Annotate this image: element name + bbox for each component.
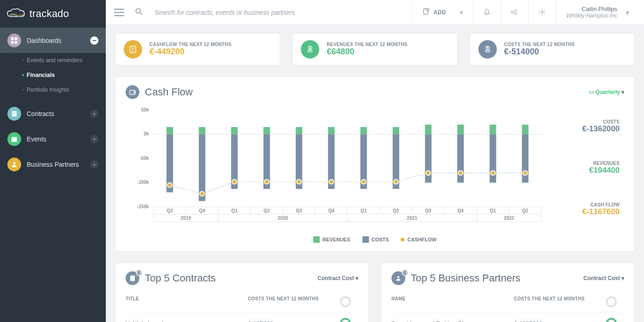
svg-point-22 [308, 50, 312, 52]
announcements-button[interactable] [500, 0, 528, 24]
revenue-icon [301, 40, 319, 59]
expand-icon[interactable]: + [90, 110, 98, 118]
logo[interactable]: trackado [0, 0, 106, 28]
svg-text:Q2: Q2 [264, 208, 270, 213]
user-menu[interactable]: Cailin Phillips Whitley Hampton Inc ▾ [556, 0, 636, 24]
panel-title: Top 5 Business Partners [411, 272, 583, 284]
cashflow-icon [124, 40, 142, 59]
kpi-costs: COSTS THE NEXT 12 MONTHS€-514000 [470, 33, 635, 65]
svg-point-63 [361, 180, 366, 184]
svg-point-64 [394, 180, 398, 184]
svg-text:2022: 2022 [504, 216, 514, 221]
svg-text:Q1: Q1 [490, 208, 496, 213]
svg-rect-106 [130, 275, 135, 281]
svg-text:50k: 50k [141, 107, 149, 112]
collapse-icon[interactable]: − [90, 36, 98, 45]
expand-icon[interactable]: + [90, 135, 98, 143]
sidebar-sub-events-reminders[interactable]: Events and reminders [0, 53, 106, 68]
svg-rect-47 [393, 127, 399, 135]
sidebar-item-contracts[interactable]: Contracts + [0, 101, 106, 126]
sort-picker[interactable]: Contract Cost ▾ [317, 275, 358, 281]
svg-point-107 [397, 276, 400, 279]
top-partners-panel: 6 Top 5 Business Partners Contract Cost … [381, 263, 635, 322]
svg-point-24 [485, 50, 490, 52]
chart-legend: REVENUES COSTS CASHFLOW [126, 236, 624, 243]
svg-text:Q4: Q4 [328, 208, 334, 213]
svg-point-61 [297, 180, 301, 184]
sidebar-sub-portfolio[interactable]: Portfolio Insights [0, 82, 106, 97]
svg-rect-49 [425, 125, 431, 135]
sidebar-sub-financials[interactable]: Financials [0, 68, 106, 82]
svg-rect-55 [522, 125, 529, 135]
svg-point-59 [232, 180, 236, 184]
svg-text:-50k: -50k [139, 156, 149, 161]
svg-point-60 [264, 180, 269, 184]
topbar: ADD ▾ Cailin Phillips Whitley Hampton In… [106, 0, 644, 25]
svg-text:Q2: Q2 [393, 208, 399, 213]
add-icon [422, 8, 430, 17]
panel-title: Top 5 Contracts [145, 272, 317, 284]
period-picker[interactable]: ▭ Quarterly ▾ [589, 89, 624, 95]
svg-rect-39 [264, 127, 270, 135]
svg-rect-53 [489, 125, 496, 135]
costs-icon [478, 40, 497, 59]
svg-rect-45 [360, 127, 367, 135]
svg-point-57 [167, 183, 172, 187]
sidebar-item-label: Business Partners [27, 161, 90, 168]
ring-icon [606, 296, 617, 307]
svg-text:Q3: Q3 [425, 208, 431, 213]
add-button[interactable]: ADD ▾ [412, 0, 473, 24]
svg-text:Q4: Q4 [199, 208, 206, 213]
ring-icon [340, 296, 351, 307]
notifications-button[interactable] [473, 0, 500, 24]
sidebar-submenu: Events and reminders Financials Portfoli… [0, 53, 106, 101]
user-name: Cailin Phillips [566, 6, 617, 12]
svg-text:Q1: Q1 [231, 208, 238, 213]
search-icon[interactable] [135, 8, 143, 17]
chevron-down-icon: ▾ [460, 9, 463, 16]
sidebar-item-events[interactable]: Events + [0, 126, 106, 152]
svg-rect-41 [296, 127, 302, 135]
logo-text: trackado [29, 8, 69, 20]
expand-icon[interactable]: + [90, 160, 98, 169]
svg-text:Q1: Q1 [361, 208, 367, 213]
svg-rect-0 [11, 37, 14, 40]
cashflow-chart[interactable]: 50k0k-50k-100k-150kQ3Q4Q1Q2Q3Q4Q1Q2Q3Q4Q… [126, 105, 546, 230]
contract-icon [7, 107, 21, 121]
svg-text:2021: 2021 [407, 216, 418, 221]
kpi-cashflow: CASHFLOW THE NEXT 12 MONTHS€-449200 [115, 33, 280, 65]
svg-text:2019: 2019 [181, 216, 191, 221]
sidebar: trackado Dashboards − Events and reminde… [0, 0, 106, 322]
partner-icon: 6 [391, 271, 405, 285]
svg-point-67 [490, 171, 495, 176]
svg-rect-33 [167, 127, 173, 135]
svg-line-11 [140, 12, 143, 15]
table-row[interactable]: Donaldson and Robles Plc€-1187000 [391, 312, 624, 322]
svg-point-62 [329, 180, 334, 184]
sidebar-item-partners[interactable]: Business Partners + [0, 152, 106, 177]
gear-icon [538, 8, 546, 16]
svg-rect-26 [133, 92, 136, 93]
bell-icon [483, 8, 491, 16]
megaphone-icon [511, 8, 518, 16]
search-input[interactable] [155, 9, 339, 16]
table-row[interactable]: Vehicle Leasing€-187200 [126, 312, 358, 322]
logo-cloud-icon [6, 8, 26, 19]
svg-text:Q2: Q2 [522, 208, 529, 213]
content: CASHFLOW THE NEXT 12 MONTHS€-449200 REVE… [106, 25, 644, 322]
sidebar-item-label: Dashboards [27, 37, 90, 44]
wallet-icon [126, 85, 139, 99]
dashboard-icon [7, 34, 21, 47]
svg-point-10 [136, 8, 141, 13]
svg-rect-1 [15, 37, 17, 40]
menu-toggle-icon[interactable] [114, 9, 124, 16]
svg-rect-35 [199, 127, 205, 135]
settings-button[interactable] [528, 0, 556, 24]
ring-icon [340, 318, 351, 322]
svg-point-16 [541, 11, 543, 13]
sort-picker[interactable]: Contract Cost ▾ [583, 275, 624, 281]
sidebar-item-dashboards[interactable]: Dashboards − [0, 28, 106, 53]
contract-icon: 6 [126, 271, 139, 285]
svg-text:Q3: Q3 [167, 208, 173, 213]
svg-text:Q3: Q3 [296, 208, 302, 213]
